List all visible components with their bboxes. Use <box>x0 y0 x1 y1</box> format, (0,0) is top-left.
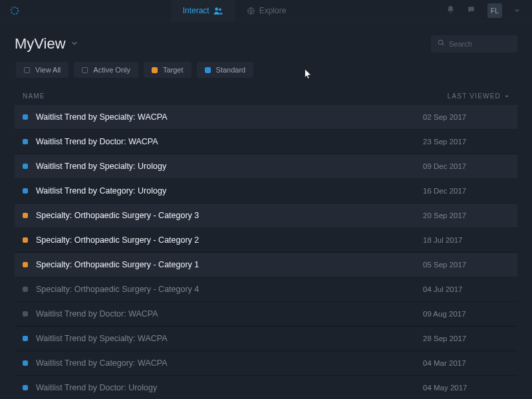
table-row[interactable]: Waitlist Trend by Doctor: WACPA23 Sep 20… <box>15 130 517 154</box>
table-row[interactable]: Waitlist Trend by Category: Urology16 De… <box>15 179 517 203</box>
svg-point-1 <box>215 7 218 11</box>
row-type-dot <box>23 287 28 292</box>
logo-icon <box>9 5 20 16</box>
col-last-viewed-label: LAST VIEWED <box>448 92 501 100</box>
row-date: 16 Dec 2017 <box>423 187 509 195</box>
svg-line-5 <box>442 44 444 45</box>
chip-swatch <box>82 67 88 73</box>
table-header: NAME LAST VIEWED <box>15 87 517 105</box>
table-row[interactable]: Waitlist Trend by Doctor: WACPA09 Aug 20… <box>15 302 517 327</box>
col-last-viewed[interactable]: LAST VIEWED <box>448 92 509 100</box>
filter-chips: View AllActive OnlyTargetStandard <box>0 62 532 87</box>
filter-chip[interactable]: Target <box>144 62 192 78</box>
svg-point-4 <box>438 40 442 44</box>
row-date: 23 Sep 2017 <box>423 138 509 146</box>
page-title-text: MyView <box>15 35 66 53</box>
table-row[interactable]: Specialty: Orthopaedic Surgery - Categor… <box>15 203 517 228</box>
chip-swatch <box>152 67 158 73</box>
bell-icon[interactable] <box>446 5 455 16</box>
row-type-dot <box>23 311 28 317</box>
row-name: Waitlist Trend by Category: Urology <box>36 186 423 196</box>
filter-chip[interactable]: Active Only <box>74 62 138 78</box>
row-type-dot <box>23 262 28 267</box>
svg-point-0 <box>11 7 19 15</box>
chevron-down-icon[interactable] <box>514 6 520 15</box>
row-date: 05 Sep 2017 <box>423 261 509 269</box>
table-row[interactable]: Waitlist Trend by Specialty: WACPA02 Sep… <box>15 105 517 130</box>
row-type-dot <box>23 237 28 243</box>
row-date: 04 May 2017 <box>423 384 509 392</box>
chip-swatch <box>205 67 211 73</box>
row-type-dot <box>23 114 28 120</box>
row-name: Specialty: Orthopaedic Surgery - Categor… <box>36 211 423 220</box>
row-date: 04 Jul 2017 <box>423 285 509 293</box>
table-row[interactable]: Waitlist Trend by Category: WACPA04 Mar … <box>15 351 517 376</box>
table-row[interactable]: Waitlist Trend by Specialty: Urology09 D… <box>15 154 517 179</box>
title-bar: MyView <box>0 22 532 62</box>
table-row[interactable]: Waitlist Trend by Doctor: Urology04 May … <box>15 376 517 399</box>
views-table: NAME LAST VIEWED Waitlist Trend by Speci… <box>0 87 532 399</box>
row-name: Waitlist Trend by Doctor: WACPA <box>36 137 423 146</box>
row-date: 02 Sep 2017 <box>423 113 509 121</box>
chip-label: View All <box>35 66 61 74</box>
row-name: Waitlist Trend by Specialty: WACPA <box>36 334 423 343</box>
search-icon <box>438 39 445 49</box>
row-type-dot <box>23 188 28 194</box>
table-body: Waitlist Trend by Specialty: WACPA02 Sep… <box>15 105 517 399</box>
row-date: 18 Jul 2017 <box>423 236 509 244</box>
row-name: Specialty: Orthopaedic Surgery - Categor… <box>36 235 423 245</box>
people-icon <box>213 7 223 15</box>
row-name: Waitlist Trend by Doctor: WACPA <box>36 309 423 319</box>
search-box[interactable] <box>431 35 517 53</box>
nav-tab-label: Interact <box>183 6 209 15</box>
row-type-dot <box>23 213 28 218</box>
chip-swatch <box>24 67 30 73</box>
row-name: Waitlist Trend by Specialty: Urology <box>36 162 423 171</box>
row-name: Waitlist Trend by Doctor: Urology <box>36 383 423 392</box>
filter-chip[interactable]: Standard <box>197 62 254 78</box>
row-name: Waitlist Trend by Category: WACPA <box>36 358 423 368</box>
nav-right: FL <box>440 0 532 21</box>
table-row[interactable]: Specialty: Orthopaedic Surgery - Categor… <box>15 253 517 277</box>
chip-label: Active Only <box>93 66 130 74</box>
sort-desc-icon <box>504 94 509 99</box>
row-date: 09 Aug 2017 <box>423 310 509 318</box>
row-type-dot <box>23 164 28 169</box>
avatar[interactable]: FL <box>487 3 502 18</box>
row-date: 04 Mar 2017 <box>423 359 509 367</box>
nav-tab-label: Explore <box>259 6 287 15</box>
chat-icon[interactable] <box>467 5 475 16</box>
row-name: Specialty: Orthopaedic Surgery - Categor… <box>36 260 423 269</box>
brand-logo[interactable] <box>0 0 29 21</box>
nav-tab-interact[interactable]: Interact <box>171 0 235 21</box>
nav-tab-explore[interactable]: Explore <box>235 0 299 21</box>
row-date: 09 Dec 2017 <box>423 162 509 170</box>
page-title[interactable]: MyView <box>15 35 78 53</box>
chip-label: Standard <box>216 66 246 74</box>
svg-point-2 <box>219 8 221 11</box>
search-input[interactable] <box>449 40 511 48</box>
row-type-dot <box>23 360 28 366</box>
row-type-dot <box>23 336 28 341</box>
filter-chip[interactable]: View All <box>16 62 68 78</box>
chip-label: Target <box>163 66 184 74</box>
chevron-down-icon <box>71 39 78 49</box>
row-type-dot <box>23 385 28 390</box>
table-row[interactable]: Specialty: Orthopaedic Surgery - Categor… <box>15 228 517 253</box>
row-name: Specialty: Orthopaedic Surgery - Categor… <box>36 285 423 294</box>
table-row[interactable]: Specialty: Orthopaedic Surgery - Categor… <box>15 277 517 302</box>
row-name: Waitlist Trend by Specialty: WACPA <box>36 112 423 122</box>
globe-icon <box>247 7 255 15</box>
row-type-dot <box>23 139 28 144</box>
table-row[interactable]: Waitlist Trend by Specialty: WACPA28 Sep… <box>15 327 517 351</box>
row-date: 28 Sep 2017 <box>423 334 509 342</box>
col-name[interactable]: NAME <box>23 92 45 100</box>
top-nav: Interact Explore FL <box>0 0 532 22</box>
row-date: 20 Sep 2017 <box>423 211 509 219</box>
